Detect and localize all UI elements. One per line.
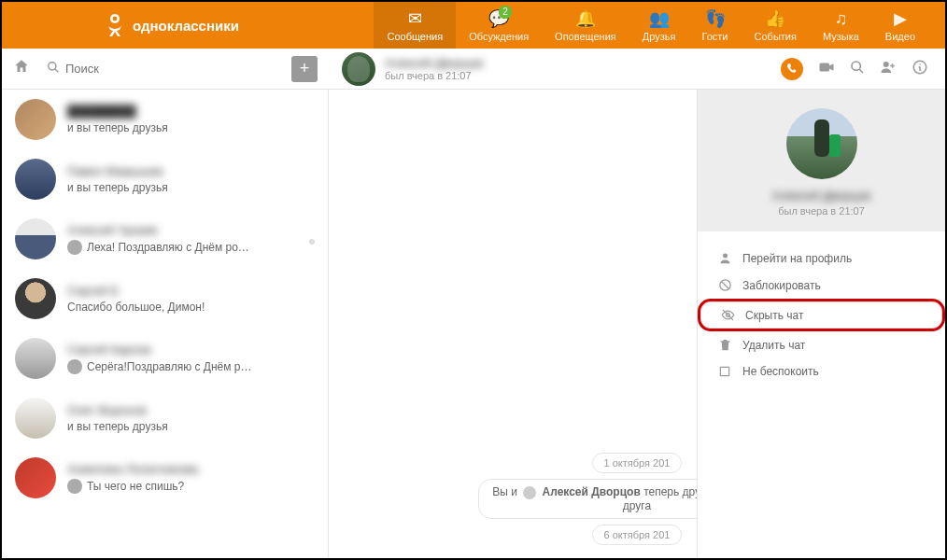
list-item[interactable]: Павел Мамышев и вы теперь друзья xyxy=(2,149,328,209)
nav-item-0[interactable]: ✉Сообщения xyxy=(374,2,456,49)
search-box xyxy=(47,61,291,77)
nav-item-4[interactable]: 👣Гости xyxy=(688,2,741,49)
nav-icon: ▶ xyxy=(894,8,907,29)
avatar xyxy=(15,159,56,200)
profile-panel: Алексей Дворцов был вчера в 21:07 Перейт… xyxy=(697,90,945,558)
nav-label: Друзья xyxy=(643,31,676,42)
svg-point-5 xyxy=(883,62,889,67)
panel-name[interactable]: Алексей Дворцов xyxy=(698,189,945,203)
nav-label: Оповещения xyxy=(555,31,616,42)
list-item[interactable]: Анжелика Лопатникова Ты чего не спишь? xyxy=(2,448,328,508)
list-item[interactable]: ████████ и вы теперь друзья xyxy=(2,90,328,149)
search-input[interactable] xyxy=(65,62,291,76)
nav-icon: ♫ xyxy=(835,9,848,29)
svg-point-7 xyxy=(723,254,728,259)
contact-name: Сергей Б xyxy=(67,284,315,298)
svg-point-4 xyxy=(852,62,860,70)
message-preview: Леха! Поздравляю с Днём ро… xyxy=(67,240,315,255)
message-preview: и вы теперь друзья xyxy=(67,420,315,433)
message-preview: и вы теперь друзья xyxy=(67,121,315,134)
avatar xyxy=(15,457,56,498)
mini-avatar-icon xyxy=(67,359,82,374)
nav-item-3[interactable]: 👥Друзья xyxy=(629,2,689,49)
contact-name: Павел Мамышев xyxy=(67,164,315,178)
chat-area: 1 октября 201 Вы и Алексей Дворцов тепер… xyxy=(329,90,945,558)
nav-label: Обсуждения xyxy=(469,31,529,42)
menu-label: Заблокировать xyxy=(742,279,821,292)
menu-item-hide[interactable]: Скрыть чат xyxy=(698,299,945,331)
contact-name: Алексей Чукаев xyxy=(67,223,315,237)
svg-rect-10 xyxy=(720,367,728,375)
nav-label: Сообщения xyxy=(387,31,443,42)
nav-label: Музыка xyxy=(823,31,859,42)
nav-icon: 👣 xyxy=(705,8,726,29)
svg-point-1 xyxy=(113,17,118,21)
nav-label: События xyxy=(755,31,797,42)
logo[interactable]: одноклассники xyxy=(105,12,239,38)
profile-icon xyxy=(716,251,733,265)
video-icon[interactable] xyxy=(818,59,835,79)
menu-label: Удалить чат xyxy=(742,339,805,352)
block-icon xyxy=(716,278,733,292)
date-separator: 6 октября 201 xyxy=(592,525,683,545)
list-item[interactable]: Олег Воронов и вы теперь друзья xyxy=(2,388,328,448)
contact-name: Анжелика Лопатникова xyxy=(67,462,315,476)
conversation-list: ████████ и вы теперь друзья Павел Мамыше… xyxy=(2,90,329,558)
avatar xyxy=(15,99,56,140)
info-icon[interactable] xyxy=(912,59,928,79)
menu-item-delete[interactable]: Удалить чат xyxy=(698,331,945,358)
nav-label: Гости xyxy=(701,31,728,42)
main: ████████ и вы теперь друзья Павел Мамыше… xyxy=(2,90,945,558)
toolbar: + Алексей Дворцов был вчера в 21:07 xyxy=(2,49,945,90)
nav-badge: 2 xyxy=(499,6,512,19)
search-icon xyxy=(47,61,60,77)
dnd-icon xyxy=(716,365,733,378)
message-preview: Серёга!Поздравляю с Днём р… xyxy=(67,359,315,374)
search-chat-icon[interactable] xyxy=(850,60,865,78)
add-user-icon[interactable] xyxy=(880,59,897,79)
menu-item-block[interactable]: Заблокировать xyxy=(698,272,945,299)
message-preview: Спасибо большое, Димон! xyxy=(67,301,315,314)
menu-item-profile[interactable]: Перейти на профиль xyxy=(698,245,945,272)
nav-icon: 👥 xyxy=(649,8,670,29)
unread-dot xyxy=(309,239,315,245)
list-item[interactable]: Сергей Карпов Серёга!Поздравляю с Днём р… xyxy=(2,329,328,388)
list-item[interactable]: Сергей Б Спасибо большое, Димон! xyxy=(2,269,328,329)
hide-icon xyxy=(719,308,736,322)
message-preview: и вы теперь друзья xyxy=(67,181,315,194)
panel-status: был вчера в 21:07 xyxy=(698,205,945,217)
nav-item-1[interactable]: 💬Обсуждения2 xyxy=(456,2,542,49)
date-separator: 1 октября 201 xyxy=(592,453,683,473)
chat-header-avatar[interactable] xyxy=(342,52,375,86)
list-item[interactable]: Алексей Чукаев Леха! Поздравляю с Днём р… xyxy=(2,209,328,269)
avatar xyxy=(15,218,56,259)
panel-avatar[interactable] xyxy=(786,108,857,179)
contact-name: Олег Воронов xyxy=(67,403,315,417)
nav-icon: 👍 xyxy=(765,8,785,29)
nav-item-6[interactable]: ♫Музыка xyxy=(810,2,872,49)
avatar xyxy=(15,278,56,319)
mini-avatar-icon xyxy=(67,479,82,494)
contact-name: ████████ xyxy=(67,105,315,119)
contact-name: Сергей Карпов xyxy=(67,343,315,357)
nav-icon: 🔔 xyxy=(575,8,596,29)
top-header: одноклассники ✉Сообщения💬Обсуждения2🔔Опо… xyxy=(2,2,945,49)
home-icon[interactable] xyxy=(13,58,35,80)
nav-item-7[interactable]: ▶Видео xyxy=(872,2,928,49)
call-icon[interactable] xyxy=(781,58,803,80)
nav-item-2[interactable]: 🔔Оповещения xyxy=(542,2,629,49)
menu-label: Скрыть чат xyxy=(745,309,803,322)
menu-item-dnd[interactable]: Не беспокоить xyxy=(698,358,945,385)
nav-item-5[interactable]: 👍События xyxy=(742,2,810,49)
mini-avatar-icon xyxy=(523,486,536,499)
add-button[interactable]: + xyxy=(291,56,318,82)
delete-icon xyxy=(716,338,733,352)
chat-header-name[interactable]: Алексей Дворцов xyxy=(385,56,483,70)
avatar xyxy=(15,338,56,379)
panel-header: Алексей Дворцов был вчера в 21:07 xyxy=(698,90,945,231)
mini-avatar-icon xyxy=(67,240,82,255)
svg-rect-3 xyxy=(820,63,830,71)
nav-icon: ✉ xyxy=(408,8,422,29)
nav-label: Видео xyxy=(885,31,915,42)
nav: ✉Сообщения💬Обсуждения2🔔Оповещения👥Друзья… xyxy=(374,2,928,49)
